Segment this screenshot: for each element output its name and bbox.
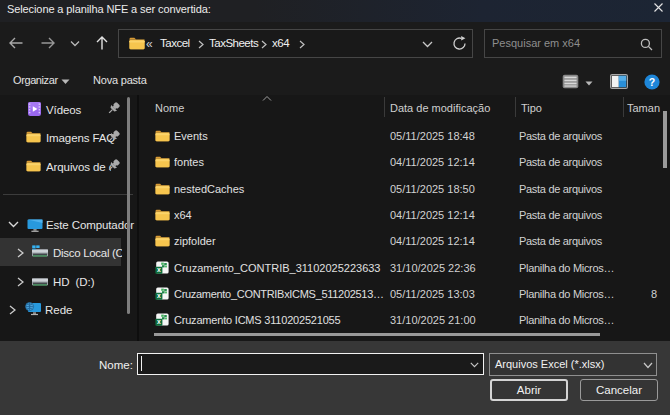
svg-text:x: x — [157, 292, 161, 299]
svg-text:?: ? — [649, 76, 655, 88]
svg-text:x: x — [157, 266, 161, 273]
svg-text:x: x — [157, 318, 161, 325]
